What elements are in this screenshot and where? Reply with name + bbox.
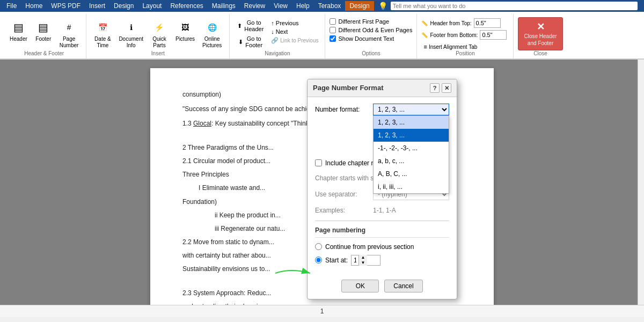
next-label: Next [276, 28, 288, 35]
online-pictures-label: OnlinePictures [202, 36, 222, 49]
ask-icon: 💡 [378, 2, 387, 10]
header-from-top-label: Header from Top: [430, 20, 471, 26]
different-odd-even-checkbox[interactable] [330, 27, 336, 33]
menu-home[interactable]: Home [21, 1, 47, 11]
cancel-button[interactable]: Cancel [384, 280, 422, 292]
page-number-button[interactable]: # PageNumber [56, 17, 82, 50]
dropdown-item-1[interactable]: 1, 2, 3, ... [374, 116, 449, 129]
menu-design-active[interactable]: Design [345, 1, 374, 11]
link-icon: 🔗 [271, 37, 279, 44]
doc-info-label: DocumentInfo [119, 36, 143, 49]
dropdown-item-5[interactable]: A, B, C, ... [374, 167, 449, 180]
quick-parts-button[interactable]: ⚡ QuickParts [148, 17, 171, 50]
footer-button[interactable]: ▤ Footer [32, 17, 55, 44]
number-format-select[interactable]: 1, 2, 3, ... [373, 104, 449, 115]
dialog-body: Number format: 1, 2, 3, ... 1, 2, 3, ...… [308, 97, 457, 275]
doc-line-2-3b: understanding their place in a... [182, 302, 462, 305]
ribbon-group-close: ✕ Close Headerand Footer Close [514, 14, 567, 58]
ribbon-group-navigation: ⬆ Go toHeader ⬇ Go toFooter ↑ Previous ↓ [230, 14, 325, 58]
spin-down-button[interactable]: ▼ [358, 260, 367, 266]
doc-info-button[interactable]: ℹ DocumentInfo [115, 17, 147, 50]
dialog-close-button[interactable]: ✕ [442, 83, 451, 93]
date-time-button[interactable]: 📅 Date &Time [91, 17, 114, 50]
menu-wps-pdf[interactable]: WPS PDF [47, 1, 85, 11]
alignment-icon: ≡ [423, 43, 427, 50]
header-button[interactable]: ▤ Header [6, 17, 31, 44]
page-number-icon: # [61, 19, 78, 36]
footer-from-bottom-label: Footer from Bottom: [430, 32, 478, 38]
page-number-label: PageNumber [60, 36, 79, 49]
number-format-label: Number format: [315, 105, 369, 114]
scrollbar[interactable] [638, 60, 644, 305]
header-from-top-input[interactable] [474, 18, 501, 28]
online-pictures-icon: 🌐 [203, 19, 221, 36]
header-from-top-row: 📏 Header from Top: [421, 18, 500, 28]
previous-button[interactable]: ↑ Previous [269, 19, 320, 27]
menu-review[interactable]: Review [240, 1, 269, 11]
dialog-titlebar: Page Number Format ? ✕ [308, 79, 457, 97]
close-header-footer-button[interactable]: ✕ Close Headerand Footer [518, 17, 562, 50]
go-to-footer-label: Go toFooter [245, 35, 262, 48]
header-icon: ▤ [10, 19, 27, 36]
menu-terabox[interactable]: Terabox [314, 1, 346, 11]
menu-help[interactable]: Help [292, 1, 314, 11]
page-number-bar: 1 [0, 305, 644, 317]
ribbon-group-position: 📏 Header from Top: 📏 Footer from Bottom:… [417, 14, 514, 58]
group-label-navigation: Navigation [265, 50, 290, 57]
examples-label: Examples: [315, 206, 369, 215]
date-time-label: Date &Time [94, 36, 111, 49]
next-button[interactable]: ↓ Next [269, 28, 320, 35]
include-chapter-checkbox[interactable] [315, 159, 322, 166]
online-pictures-button[interactable]: 🌐 OnlinePictures [199, 17, 225, 50]
footer-from-bottom-input[interactable] [480, 30, 507, 40]
header-label: Header [10, 36, 27, 42]
different-first-page-checkbox[interactable] [330, 18, 336, 25]
menu-design[interactable]: Design [109, 1, 138, 11]
go-to-footer-button[interactable]: ⬇ Go toFooter [234, 34, 267, 49]
spin-buttons: ▲ ▼ [358, 255, 367, 266]
menu-file[interactable]: File [2, 1, 21, 11]
continue-radio[interactable] [315, 243, 322, 250]
menu-mailings[interactable]: Mailings [208, 1, 240, 11]
ribbon-group-options: Different First Page Different Odd & Eve… [325, 14, 417, 58]
group-label-insert: Insert [151, 50, 165, 57]
alignment-label: Insert Alignment Tab [429, 44, 477, 50]
different-first-page-check[interactable]: Different First Page [330, 18, 389, 25]
dialog-help-button[interactable]: ? [430, 83, 440, 93]
start-at-input[interactable] [352, 257, 358, 264]
doc-info-icon: ℹ [122, 19, 140, 36]
show-document-text-checkbox[interactable] [330, 35, 336, 42]
dropdown-item-2[interactable]: 1, 2, 3, ... [374, 129, 449, 142]
start-at-radio[interactable] [315, 257, 322, 264]
go-to-header-button[interactable]: ⬆ Go toHeader [234, 18, 267, 33]
dropdown-item-6[interactable]: i, ii, iii, ... [374, 180, 449, 193]
ask-input[interactable] [391, 2, 638, 10]
menu-bar: File Home WPS PDF Insert Design Layout R… [0, 0, 644, 12]
examples-row: Examples: 1-1, 1-A [315, 206, 449, 215]
pictures-icon: 🖼 [177, 19, 194, 36]
continue-label: Continue from previous section [325, 242, 414, 252]
pictures-label: Pictures [175, 36, 195, 42]
document-area: consumption) "Success of any single SDG … [0, 60, 644, 305]
menu-insert[interactable]: Insert [85, 1, 109, 11]
dropdown-item-3[interactable]: -1-, -2-, -3-, ... [374, 142, 449, 155]
link-label: Link to Previous [280, 38, 318, 43]
dropdown-item-4[interactable]: a, b, c, ... [374, 155, 449, 167]
different-odd-even-check[interactable]: Different Odd & Even Pages [330, 27, 412, 33]
menu-view[interactable]: View [269, 1, 292, 11]
page-numbering-section: Page numbering [315, 225, 449, 238]
pictures-button[interactable]: 🖼 Pictures [172, 17, 198, 44]
insert-alignment-tab-button[interactable]: ≡ Insert Alignment Tab [421, 43, 479, 50]
document-page: consumption) "Success of any single SDG … [150, 68, 494, 305]
number-format-row: Number format: 1, 2, 3, ... 1, 2, 3, ...… [315, 104, 449, 115]
different-first-page-label: Different First Page [338, 18, 389, 25]
ok-button[interactable]: OK [341, 280, 379, 292]
show-document-text-check[interactable]: Show Document Text [330, 35, 394, 42]
menu-layout[interactable]: Layout [138, 1, 166, 11]
close-hf-label: Close Headerand Footer [524, 33, 557, 47]
number-format-select-wrap: 1, 2, 3, ... 1, 2, 3, ... 1, 2, 3, ... -… [373, 104, 449, 115]
footer-from-bottom-row: 📏 Footer from Bottom: [421, 30, 507, 40]
link-to-previous-button[interactable]: 🔗 Link to Previous [269, 36, 320, 45]
menu-references[interactable]: References [166, 1, 207, 11]
group-label-hf: Header & Footer [24, 50, 64, 57]
